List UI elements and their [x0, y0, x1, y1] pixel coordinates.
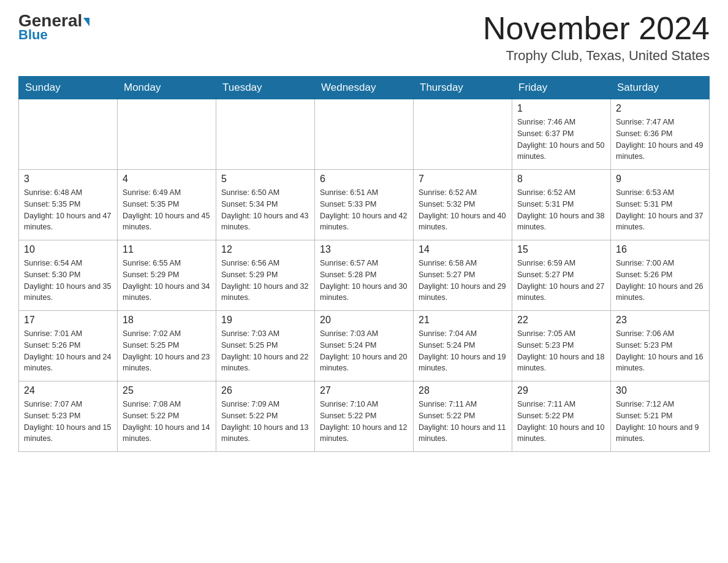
calendar-cell-1-5: 8Sunrise: 6:52 AMSunset: 5:31 PMDaylight…	[512, 170, 611, 240]
day-info: Sunrise: 6:50 AMSunset: 5:34 PMDaylight:…	[221, 187, 309, 233]
day-info: Sunrise: 7:09 AMSunset: 5:22 PMDaylight:…	[221, 399, 309, 445]
day-info: Sunrise: 6:51 AMSunset: 5:33 PMDaylight:…	[320, 187, 408, 233]
col-saturday: Saturday	[611, 77, 710, 99]
day-info: Sunrise: 7:10 AMSunset: 5:22 PMDaylight:…	[320, 399, 408, 445]
day-number: 14	[419, 244, 507, 255]
day-number: 18	[123, 315, 211, 326]
day-info: Sunrise: 6:55 AMSunset: 5:29 PMDaylight:…	[123, 258, 211, 304]
day-number: 4	[123, 174, 211, 185]
day-number: 16	[616, 244, 704, 255]
day-number: 20	[320, 315, 408, 326]
col-monday: Monday	[118, 77, 216, 99]
day-number: 21	[419, 315, 507, 326]
day-number: 15	[517, 244, 605, 255]
calendar-cell-3-1: 18Sunrise: 7:02 AMSunset: 5:25 PMDayligh…	[118, 311, 216, 381]
day-number: 30	[616, 385, 704, 396]
logo-area: General Blue	[18, 12, 89, 43]
calendar-cell-2-3: 13Sunrise: 6:57 AMSunset: 5:28 PMDayligh…	[315, 240, 414, 311]
calendar-cell-1-2: 5Sunrise: 6:50 AMSunset: 5:34 PMDaylight…	[216, 170, 315, 240]
day-info: Sunrise: 7:05 AMSunset: 5:23 PMDaylight:…	[517, 328, 605, 374]
day-number: 24	[24, 385, 112, 396]
day-info: Sunrise: 7:47 AMSunset: 6:36 PMDaylight:…	[616, 117, 704, 163]
calendar-cell-0-1	[118, 99, 216, 170]
day-number: 29	[517, 385, 605, 396]
calendar-cell-4-5: 29Sunrise: 7:11 AMSunset: 5:22 PMDayligh…	[512, 381, 611, 452]
week-row-3: 10Sunrise: 6:54 AMSunset: 5:30 PMDayligh…	[19, 240, 710, 311]
day-info: Sunrise: 7:07 AMSunset: 5:23 PMDaylight:…	[24, 399, 112, 445]
calendar-header-row: Sunday Monday Tuesday Wednesday Thursday…	[19, 77, 710, 99]
day-info: Sunrise: 6:57 AMSunset: 5:28 PMDaylight:…	[320, 258, 408, 304]
day-info: Sunrise: 6:52 AMSunset: 5:32 PMDaylight:…	[419, 187, 507, 233]
day-number: 13	[320, 244, 408, 255]
calendar-cell-0-5: 1Sunrise: 7:46 AMSunset: 6:37 PMDaylight…	[512, 99, 611, 170]
day-info: Sunrise: 6:52 AMSunset: 5:31 PMDaylight:…	[517, 187, 605, 233]
logo-blue-text: Blue	[18, 27, 48, 43]
day-number: 25	[123, 385, 211, 396]
day-number: 1	[517, 103, 605, 114]
title-area: November 2024 Trophy Club, Texas, United…	[483, 12, 710, 64]
calendar-cell-3-0: 17Sunrise: 7:01 AMSunset: 5:26 PMDayligh…	[19, 311, 118, 381]
calendar-cell-0-3	[315, 99, 414, 170]
col-sunday: Sunday	[19, 77, 118, 99]
calendar-cell-1-6: 9Sunrise: 6:53 AMSunset: 5:31 PMDaylight…	[611, 170, 710, 240]
week-row-5: 24Sunrise: 7:07 AMSunset: 5:23 PMDayligh…	[19, 381, 710, 452]
week-row-4: 17Sunrise: 7:01 AMSunset: 5:26 PMDayligh…	[19, 311, 710, 381]
calendar-cell-2-5: 15Sunrise: 6:59 AMSunset: 5:27 PMDayligh…	[512, 240, 611, 311]
header: General Blue November 2024 Trophy Club, …	[18, 12, 710, 64]
day-info: Sunrise: 7:01 AMSunset: 5:26 PMDaylight:…	[24, 328, 112, 374]
calendar-cell-4-0: 24Sunrise: 7:07 AMSunset: 5:23 PMDayligh…	[19, 381, 118, 452]
calendar-cell-3-5: 22Sunrise: 7:05 AMSunset: 5:23 PMDayligh…	[512, 311, 611, 381]
logo-triangle-icon	[83, 18, 89, 26]
calendar-cell-2-0: 10Sunrise: 6:54 AMSunset: 5:30 PMDayligh…	[19, 240, 118, 311]
calendar-cell-3-4: 21Sunrise: 7:04 AMSunset: 5:24 PMDayligh…	[414, 311, 512, 381]
calendar-cell-3-2: 19Sunrise: 7:03 AMSunset: 5:25 PMDayligh…	[216, 311, 315, 381]
location-title: Trophy Club, Texas, United States	[483, 48, 710, 64]
day-info: Sunrise: 7:11 AMSunset: 5:22 PMDaylight:…	[517, 399, 605, 445]
calendar-cell-0-6: 2Sunrise: 7:47 AMSunset: 6:36 PMDaylight…	[611, 99, 710, 170]
day-info: Sunrise: 7:00 AMSunset: 5:26 PMDaylight:…	[616, 258, 704, 304]
day-info: Sunrise: 6:53 AMSunset: 5:31 PMDaylight:…	[616, 187, 704, 233]
day-number: 23	[616, 315, 704, 326]
calendar-cell-4-4: 28Sunrise: 7:11 AMSunset: 5:22 PMDayligh…	[414, 381, 512, 452]
day-number: 27	[320, 385, 408, 396]
day-number: 7	[419, 174, 507, 185]
day-number: 28	[419, 385, 507, 396]
day-info: Sunrise: 7:02 AMSunset: 5:25 PMDaylight:…	[123, 328, 211, 374]
calendar-cell-2-1: 11Sunrise: 6:55 AMSunset: 5:29 PMDayligh…	[118, 240, 216, 311]
day-number: 3	[24, 174, 112, 185]
day-number: 17	[24, 315, 112, 326]
calendar-cell-0-0	[19, 99, 118, 170]
calendar-cell-3-3: 20Sunrise: 7:03 AMSunset: 5:24 PMDayligh…	[315, 311, 414, 381]
month-title: November 2024	[483, 12, 710, 44]
calendar-cell-3-6: 23Sunrise: 7:06 AMSunset: 5:23 PMDayligh…	[611, 311, 710, 381]
day-number: 26	[221, 385, 309, 396]
calendar-cell-2-6: 16Sunrise: 7:00 AMSunset: 5:26 PMDayligh…	[611, 240, 710, 311]
calendar-cell-1-1: 4Sunrise: 6:49 AMSunset: 5:35 PMDaylight…	[118, 170, 216, 240]
day-info: Sunrise: 7:46 AMSunset: 6:37 PMDaylight:…	[517, 117, 605, 163]
day-info: Sunrise: 7:03 AMSunset: 5:24 PMDaylight:…	[320, 328, 408, 374]
col-wednesday: Wednesday	[315, 77, 414, 99]
day-info: Sunrise: 7:11 AMSunset: 5:22 PMDaylight:…	[419, 399, 507, 445]
day-info: Sunrise: 7:03 AMSunset: 5:25 PMDaylight:…	[221, 328, 309, 374]
day-number: 9	[616, 174, 704, 185]
calendar-cell-0-4	[414, 99, 512, 170]
col-thursday: Thursday	[414, 77, 512, 99]
day-number: 11	[123, 244, 211, 255]
calendar-cell-4-3: 27Sunrise: 7:10 AMSunset: 5:22 PMDayligh…	[315, 381, 414, 452]
calendar-cell-4-1: 25Sunrise: 7:08 AMSunset: 5:22 PMDayligh…	[118, 381, 216, 452]
calendar-cell-1-3: 6Sunrise: 6:51 AMSunset: 5:33 PMDaylight…	[315, 170, 414, 240]
day-info: Sunrise: 6:48 AMSunset: 5:35 PMDaylight:…	[24, 187, 112, 233]
day-number: 12	[221, 244, 309, 255]
day-info: Sunrise: 7:08 AMSunset: 5:22 PMDaylight:…	[123, 399, 211, 445]
calendar-cell-4-6: 30Sunrise: 7:12 AMSunset: 5:21 PMDayligh…	[611, 381, 710, 452]
day-info: Sunrise: 7:06 AMSunset: 5:23 PMDaylight:…	[616, 328, 704, 374]
day-info: Sunrise: 7:12 AMSunset: 5:21 PMDaylight:…	[616, 399, 704, 445]
day-info: Sunrise: 6:49 AMSunset: 5:35 PMDaylight:…	[123, 187, 211, 233]
calendar-cell-2-2: 12Sunrise: 6:56 AMSunset: 5:29 PMDayligh…	[216, 240, 315, 311]
calendar-cell-2-4: 14Sunrise: 6:58 AMSunset: 5:27 PMDayligh…	[414, 240, 512, 311]
calendar-cell-1-0: 3Sunrise: 6:48 AMSunset: 5:35 PMDaylight…	[19, 170, 118, 240]
day-info: Sunrise: 6:54 AMSunset: 5:30 PMDaylight:…	[24, 258, 112, 304]
day-number: 2	[616, 103, 704, 114]
calendar-cell-0-2	[216, 99, 315, 170]
day-number: 10	[24, 244, 112, 255]
